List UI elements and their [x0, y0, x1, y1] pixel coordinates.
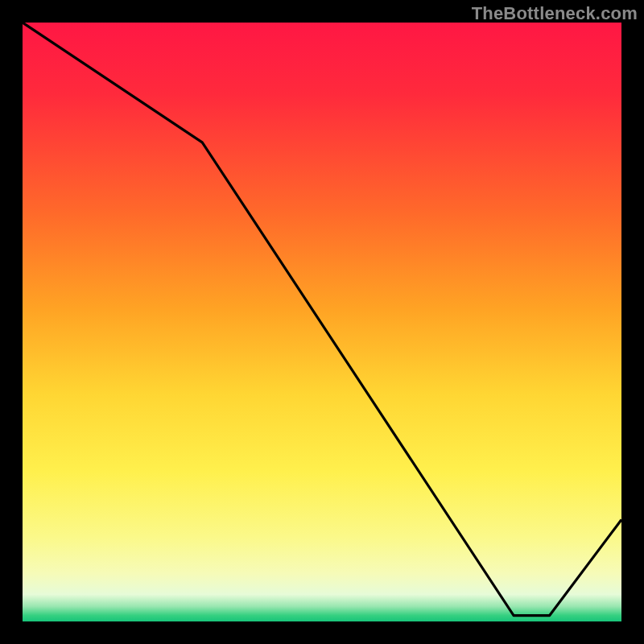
chart-frame: TheBottleneck.com: [0, 0, 644, 644]
watermark-text: TheBottleneck.com: [472, 3, 638, 24]
chart-svg: [23, 23, 621, 621]
plot-area: [23, 23, 621, 621]
